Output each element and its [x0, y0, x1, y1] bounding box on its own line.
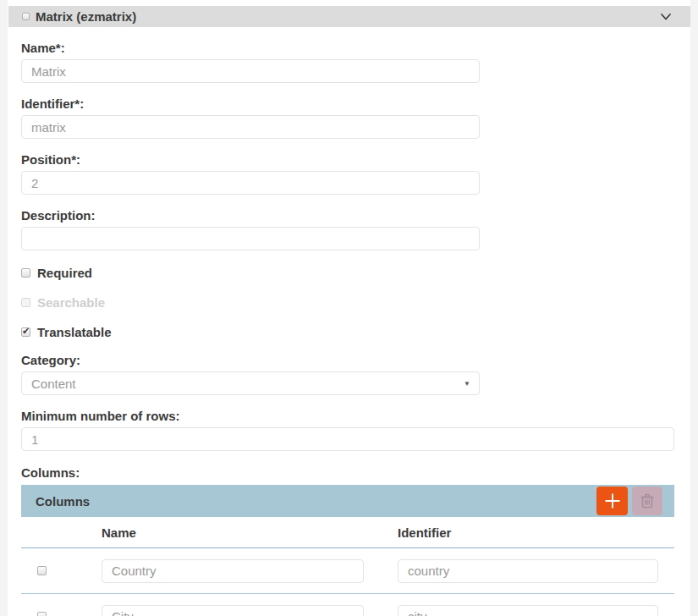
required-label[interactable]: Required	[37, 266, 92, 280]
page-right-gutter	[690, 0, 698, 616]
columns-fieldset: Columns	[21, 485, 674, 616]
field-definition-panel: Matrix (ezmatrix) Name*: Identifier*: Po…	[8, 6, 690, 616]
accordion-title: Matrix (ezmatrix)	[36, 9, 136, 24]
min-rows-label: Minimum number of rows:	[21, 409, 690, 423]
trash-icon	[638, 492, 657, 510]
name-label: Name*:	[21, 41, 690, 55]
description-input[interactable]	[21, 227, 480, 250]
name-input[interactable]	[21, 59, 480, 83]
category-select[interactable]: Content ▼	[21, 371, 480, 395]
description-field-group: Description:	[21, 208, 690, 250]
column-name-input[interactable]	[102, 605, 364, 616]
searchable-checkbox-row: Searchable	[21, 295, 690, 310]
name-field-group: Name*:	[21, 41, 690, 83]
columns-table-body	[21, 548, 674, 616]
columns-table: Name Identifier	[21, 517, 674, 616]
column-header-name: Name	[102, 525, 398, 540]
table-row	[21, 593, 674, 616]
accordion-header-matrix[interactable]: Matrix (ezmatrix)	[8, 6, 690, 27]
add-column-button[interactable]	[596, 487, 628, 515]
plus-icon	[604, 492, 621, 509]
row-select-checkbox[interactable]	[37, 566, 47, 575]
position-input[interactable]	[21, 171, 480, 195]
description-label: Description:	[21, 208, 690, 223]
select-arrow-icon: ▼	[464, 380, 470, 388]
columns-bar-title: Columns	[36, 494, 90, 509]
column-identifier-input[interactable]	[398, 605, 658, 616]
chevron-down-icon[interactable]	[660, 13, 672, 21]
columns-section-label: Columns:	[21, 465, 690, 480]
columns-section: Columns: Columns	[21, 465, 690, 616]
table-row	[21, 548, 674, 593]
position-label: Position*:	[21, 152, 690, 167]
searchable-checkbox	[21, 298, 30, 307]
field-select-checkbox[interactable]	[22, 13, 30, 20]
category-field-group: Category: Content ▼	[21, 353, 690, 395]
required-checkbox[interactable]	[21, 268, 30, 278]
translatable-checkbox[interactable]	[21, 327, 30, 337]
searchable-label: Searchable	[37, 295, 105, 310]
delete-column-button[interactable]	[632, 487, 662, 515]
column-identifier-input[interactable]	[398, 559, 658, 583]
identifier-label: Identifier*:	[21, 96, 690, 111]
required-checkbox-row: Required	[21, 266, 690, 280]
columns-bar: Columns	[21, 485, 674, 517]
page-left-gutter	[0, 0, 8, 616]
position-field-group: Position*:	[21, 152, 690, 195]
column-name-input[interactable]	[102, 559, 364, 583]
identifier-input[interactable]	[21, 115, 480, 139]
columns-table-header: Name Identifier	[21, 517, 674, 548]
translatable-label[interactable]: Translatable	[37, 325, 112, 339]
identifier-field-group: Identifier*:	[21, 96, 690, 139]
translatable-checkbox-row: Translatable	[21, 325, 690, 339]
min-rows-field-group: Minimum number of rows:	[21, 409, 690, 451]
min-rows-input[interactable]	[21, 427, 674, 451]
column-header-identifier: Identifier	[398, 525, 674, 540]
category-selected-value: Content	[31, 377, 76, 391]
category-label: Category:	[21, 353, 690, 367]
row-select-checkbox[interactable]	[37, 612, 47, 616]
